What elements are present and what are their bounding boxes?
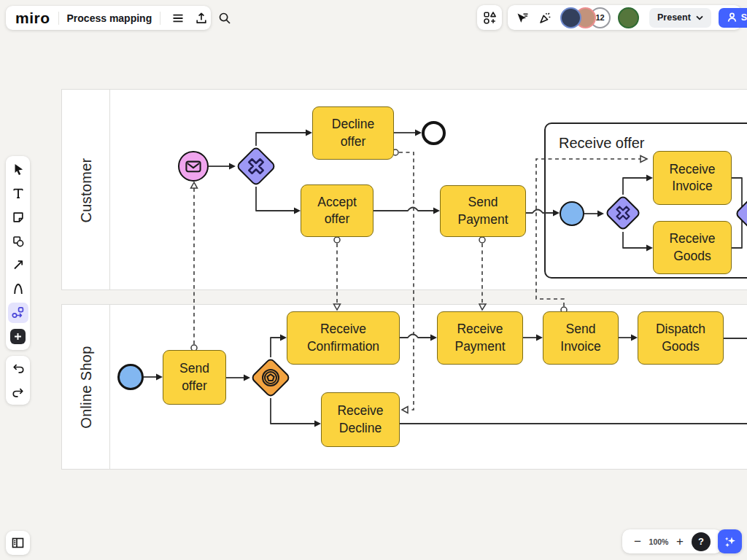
flow-gateway2-to-goods[interactable] [623, 232, 646, 248]
arrowheads [156, 130, 653, 427]
task-decline-offer[interactable]: Decline offer [312, 106, 394, 160]
flow-gateway3-to-decline2[interactable] [271, 398, 314, 424]
task-receive-goods[interactable]: Receive Goods [653, 221, 732, 274]
task-label: Accept offer [317, 194, 357, 228]
task-label: Send Invoice [560, 321, 600, 354]
end-event[interactable] [422, 121, 446, 145]
connector-layer [0, 0, 747, 560]
task-receive-confirmation[interactable]: Receive Confirmation [287, 311, 400, 365]
task-label: Receive Payment [454, 321, 505, 354]
task-accept-offer[interactable]: Accept offer [301, 184, 374, 237]
flow-gateway2-to-invoice[interactable] [623, 178, 646, 195]
task-label: Decline offer [332, 116, 374, 149]
task-label: Receive Confirmation [307, 321, 379, 354]
task-send-invoice[interactable]: Send Invoice [543, 311, 619, 365]
avatar[interactable] [560, 7, 581, 28]
task-send-offer[interactable]: Send offer [163, 350, 226, 405]
flow-sendpayment-to-subprocess[interactable] [526, 210, 553, 214]
task-receive-decline[interactable]: Receive Decline [321, 392, 400, 447]
xor-gateway-icon [245, 155, 267, 177]
task-dispatch-goods[interactable]: Dispatch Goods [638, 311, 724, 365]
flow-accept-to-sendpayment[interactable] [374, 208, 433, 211]
msg-sendinvoice-to-receiveinvoice[interactable] [536, 159, 640, 306]
flow-gateway3-to-confirmation[interactable] [271, 338, 280, 357]
message-start-event[interactable] [178, 151, 209, 182]
start-event-subprocess[interactable] [560, 201, 584, 226]
message-envelope-icon [185, 160, 201, 173]
task-send-payment[interactable]: Send Payment [440, 185, 526, 237]
start-event-online-shop[interactable] [117, 364, 144, 390]
event-gateway-icon [260, 367, 282, 389]
task-label: Receive Invoice [669, 161, 715, 195]
flow-invoice-out[interactable] [732, 178, 742, 207]
flow-confirmation-to-payment[interactable] [400, 335, 430, 338]
xor-gateway-icon [614, 203, 632, 222]
task-label: Receive Decline [337, 402, 383, 436]
task-label: Send offer [179, 360, 209, 394]
flow-goods-out[interactable] [732, 220, 742, 248]
task-receive-invoice[interactable]: Receive Invoice [653, 151, 732, 205]
task-label: Send Payment [457, 194, 508, 228]
task-label: Receive Goods [669, 230, 715, 264]
flow-gateway-to-accept[interactable] [256, 187, 294, 211]
task-receive-payment[interactable]: Receive Payment [437, 311, 523, 365]
flow-gateway-to-decline[interactable] [256, 133, 306, 146]
msg-decline-to-receivedecline[interactable] [399, 152, 414, 410]
task-label: Dispatch Goods [656, 321, 705, 354]
